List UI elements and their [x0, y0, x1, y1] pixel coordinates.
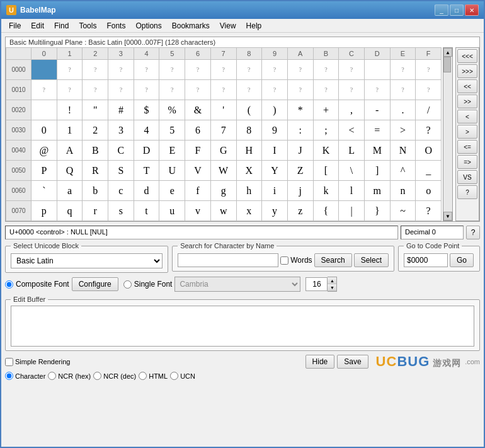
char-cell[interactable]: ^: [391, 161, 416, 181]
char-cell[interactable]: ?: [83, 60, 108, 80]
char-cell[interactable]: [31, 100, 57, 120]
char-cell[interactable]: ?: [185, 80, 211, 100]
goto-input[interactable]: [404, 253, 448, 267]
char-cell[interactable]: &: [185, 100, 211, 120]
menu-find[interactable]: Find: [49, 20, 74, 32]
char-cell[interactable]: O: [416, 141, 442, 161]
char-cell[interactable]: 6: [185, 120, 211, 141]
nav-prev-btn[interactable]: <: [457, 110, 477, 123]
char-cell[interactable]: ': [211, 100, 237, 120]
nav-last-btn[interactable]: >>>: [457, 64, 477, 78]
char-cell[interactable]: m: [365, 181, 391, 201]
nav-next-btn[interactable]: >: [457, 125, 477, 139]
char-cell[interactable]: {: [314, 201, 340, 221]
char-cell[interactable]: N: [391, 141, 416, 161]
scroll-thumb[interactable]: [443, 57, 451, 72]
menu-help[interactable]: Help: [241, 20, 267, 32]
char-cell[interactable]: ?: [262, 80, 288, 100]
save-button[interactable]: Save: [337, 355, 368, 369]
nav-prev-eq-btn[interactable]: <=: [457, 140, 477, 154]
char-cell[interactable]: ?: [57, 60, 83, 80]
char-cell[interactable]: Q: [57, 161, 83, 181]
menu-options[interactable]: Options: [130, 20, 166, 32]
char-cell[interactable]: o: [416, 181, 442, 201]
grid-scrollbar[interactable]: ▲ ▼: [443, 47, 453, 221]
format-html-radio[interactable]: [139, 372, 147, 380]
char-cell[interactable]: y: [262, 201, 288, 221]
char-cell[interactable]: ?: [83, 80, 108, 100]
hide-button[interactable]: Hide: [305, 355, 335, 369]
char-cell[interactable]: n: [391, 181, 416, 201]
char-cell[interactable]: `: [31, 181, 57, 201]
format-ucn-radio[interactable]: [170, 372, 178, 380]
char-cell[interactable]: F: [185, 141, 211, 161]
char-cell[interactable]: ?: [237, 80, 263, 100]
char-cell[interactable]: 5: [159, 120, 185, 141]
char-cell[interactable]: E: [159, 141, 185, 161]
char-cell[interactable]: (: [237, 100, 263, 120]
char-cell[interactable]: ?: [314, 80, 340, 100]
char-cell[interactable]: B: [83, 141, 108, 161]
char-cell[interactable]: i: [262, 181, 288, 201]
spin-down-btn[interactable]: ▼: [328, 284, 336, 291]
char-cell[interactable]: -: [365, 100, 391, 120]
format-character-radio[interactable]: [5, 372, 13, 380]
char-cell[interactable]: a: [57, 181, 83, 201]
char-cell[interactable]: v: [185, 201, 211, 221]
char-cell[interactable]: ?: [288, 60, 314, 80]
char-cell[interactable]: \: [339, 161, 365, 181]
unicode-block-select[interactable]: Basic Latin Latin-1 Supplement Latin Ext…: [11, 253, 163, 268]
char-cell[interactable]: ?: [108, 80, 134, 100]
char-cell[interactable]: e: [159, 181, 185, 201]
char-cell[interactable]: ?: [339, 80, 365, 100]
char-cell[interactable]: |: [339, 201, 365, 221]
char-cell[interactable]: 4: [134, 120, 160, 141]
nav-next-eq-btn[interactable]: =>: [457, 155, 477, 169]
char-cell[interactable]: k: [314, 181, 340, 201]
select-button[interactable]: Select: [354, 253, 389, 267]
minimize-button[interactable]: _: [435, 4, 448, 16]
format-ncrdec-radio[interactable]: [93, 372, 101, 380]
char-cell[interactable]: 7: [211, 120, 237, 141]
char-cell[interactable]: q: [57, 201, 83, 221]
char-cell[interactable]: z: [288, 201, 314, 221]
char-cell[interactable]: ?: [159, 80, 185, 100]
char-cell[interactable]: P: [31, 161, 57, 181]
char-cell[interactable]: d: [134, 181, 160, 201]
nav-prev-block-btn[interactable]: <<: [457, 79, 477, 93]
char-cell[interactable]: L: [339, 141, 365, 161]
char-cell[interactable]: ?: [134, 80, 160, 100]
char-cell[interactable]: ?: [31, 80, 57, 100]
char-cell[interactable]: ?: [365, 80, 391, 100]
search-button[interactable]: Search: [314, 253, 352, 267]
configure-button[interactable]: Configure: [72, 277, 118, 291]
char-cell[interactable]: >: [391, 120, 416, 141]
char-cell[interactable]: p: [31, 201, 57, 221]
char-cell[interactable]: r: [83, 201, 108, 221]
char-cell[interactable]: =: [365, 120, 391, 141]
char-cell[interactable]: x: [237, 201, 263, 221]
char-cell[interactable]: 8: [237, 120, 263, 141]
char-cell[interactable]: ?: [134, 60, 160, 80]
char-cell[interactable]: s: [108, 201, 134, 221]
char-cell[interactable]: ?: [211, 80, 237, 100]
char-cell[interactable]: w: [211, 201, 237, 221]
char-cell[interactable]: <: [339, 120, 365, 141]
char-cell[interactable]: j: [288, 181, 314, 201]
char-cell[interactable]: ?: [57, 80, 83, 100]
char-cell[interactable]: c: [108, 181, 134, 201]
char-cell[interactable]: G: [211, 141, 237, 161]
char-cell[interactable]: T: [134, 161, 160, 181]
char-cell[interactable]: I: [262, 141, 288, 161]
char-cell[interactable]: ?: [391, 80, 416, 100]
char-cell[interactable]: #: [108, 100, 134, 120]
char-cell[interactable]: ?: [339, 60, 365, 80]
menu-file[interactable]: File: [4, 20, 26, 32]
char-cell[interactable]: ?: [416, 80, 442, 100]
char-cell[interactable]: g: [211, 181, 237, 201]
close-button[interactable]: ✕: [465, 4, 479, 16]
menu-tools[interactable]: Tools: [74, 20, 101, 32]
font-size-input[interactable]: [305, 277, 328, 291]
menu-fonts[interactable]: Fonts: [101, 20, 130, 32]
char-cell[interactable]: ?: [416, 60, 442, 80]
